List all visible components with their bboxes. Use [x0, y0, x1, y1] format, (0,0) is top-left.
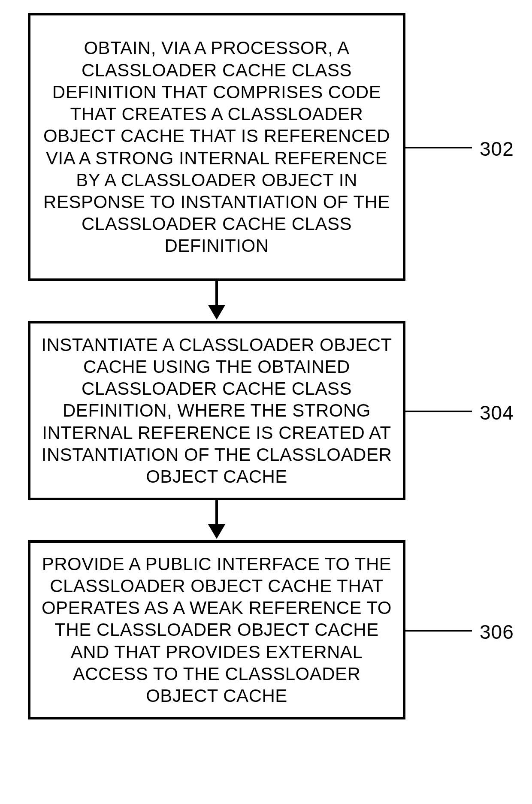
- step-box-302-text: OBTAIN, VIA A PROCESSOR, A CLASSLOADER C…: [40, 37, 393, 257]
- arrow-stem-2: [215, 500, 218, 525]
- step-label-302: 302: [480, 137, 514, 160]
- step-box-306-text: PROVIDE A PUBLIC INTERFACE TO THE CLASSL…: [40, 553, 393, 707]
- arrow-stem-1: [215, 281, 218, 306]
- step-box-304: INSTANTIATE A CLASSLOADER OBJECT CACHE U…: [28, 321, 405, 500]
- leader-line-304: [405, 411, 472, 412]
- arrow-head-1: [208, 305, 225, 320]
- flowchart: OBTAIN, VIA A PROCESSOR, A CLASSLOADER C…: [0, 0, 532, 804]
- step-label-304: 304: [480, 401, 514, 424]
- step-box-302: OBTAIN, VIA A PROCESSOR, A CLASSLOADER C…: [28, 13, 405, 281]
- leader-line-302: [405, 147, 472, 148]
- leader-line-306: [405, 630, 472, 632]
- arrow-head-2: [208, 524, 225, 539]
- step-label-306: 306: [480, 620, 514, 644]
- step-box-306: PROVIDE A PUBLIC INTERFACE TO THE CLASSL…: [28, 540, 405, 719]
- step-box-304-text: INSTANTIATE A CLASSLOADER OBJECT CACHE U…: [40, 334, 393, 488]
